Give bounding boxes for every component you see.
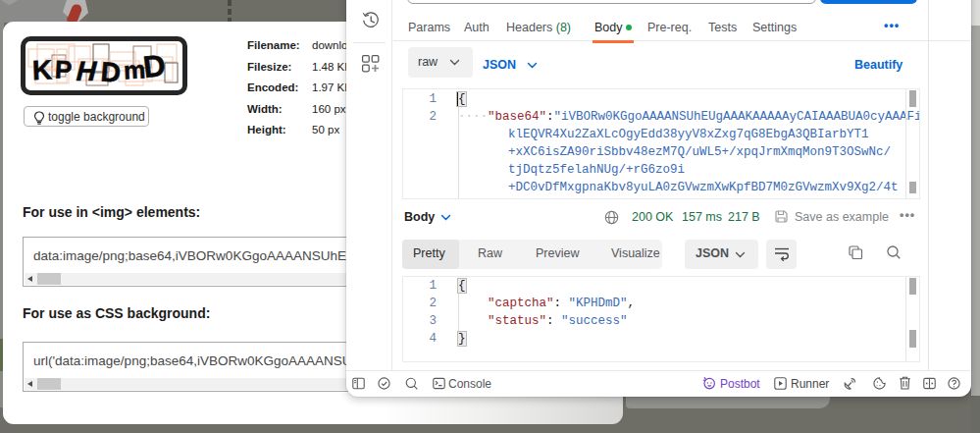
svg-text:D: D (100, 56, 123, 88)
svg-text:K: K (31, 55, 52, 86)
svg-text:H: H (74, 55, 101, 86)
svg-text:D: D (141, 48, 167, 84)
svg-text:P: P (54, 55, 73, 85)
